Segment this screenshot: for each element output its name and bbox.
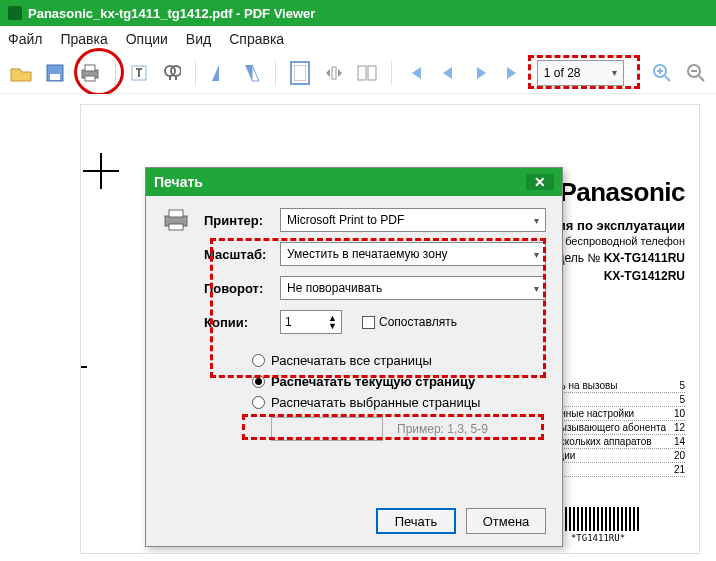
first-page-icon[interactable] — [406, 61, 425, 85]
find-icon[interactable] — [162, 61, 181, 85]
svg-rect-8 — [294, 65, 306, 81]
window-title: Panasonic_kx-tg1411_tg1412.pdf - PDF Vie… — [28, 6, 315, 21]
rotate-label: Поворот: — [204, 281, 272, 296]
printer-icon — [162, 208, 190, 232]
crop-mark-icon — [89, 159, 113, 183]
menu-view[interactable]: Вид — [186, 31, 211, 47]
copies-label: Копии: — [204, 315, 272, 330]
window-titlebar: Panasonic_kx-tg1411_tg1412.pdf - PDF Vie… — [0, 0, 716, 26]
chevron-down-icon: ▾ — [534, 215, 539, 226]
flip-left-icon[interactable] — [210, 61, 229, 85]
printer-select[interactable]: Microsoft Print to PDF▾ — [280, 208, 546, 232]
svg-rect-17 — [169, 224, 183, 230]
print-button[interactable]: Печать — [376, 508, 456, 534]
barcode: *TG1411RU* — [557, 507, 639, 543]
svg-rect-1 — [50, 74, 60, 80]
menu-bar: Файл Правка Опции Вид Справка — [0, 26, 716, 52]
svg-rect-4 — [85, 76, 95, 81]
pdf-page: Panasonic рукция по эксплуатации ровой б… — [80, 104, 700, 554]
flip-right-icon[interactable] — [242, 61, 261, 85]
scale-label: Масштаб: — [204, 247, 272, 262]
menu-edit[interactable]: Правка — [60, 31, 107, 47]
close-button[interactable]: ✕ — [526, 174, 554, 190]
svg-rect-9 — [332, 67, 336, 79]
printer-label: Принтер: — [204, 213, 272, 228]
svg-rect-3 — [85, 65, 95, 71]
menu-help[interactable]: Справка — [229, 31, 284, 47]
menu-options[interactable]: Опции — [126, 31, 168, 47]
page-selector[interactable]: 1 of 28 ▾ — [537, 60, 624, 86]
radio-all-pages[interactable]: Распечатать все страницы — [252, 350, 546, 371]
fit-width-icon[interactable] — [324, 61, 343, 85]
dialog-title: Печать — [154, 174, 203, 190]
next-page-icon[interactable] — [471, 61, 490, 85]
open-icon[interactable] — [10, 61, 32, 85]
pages-hint: Пример: 1,3, 5-9 — [397, 422, 488, 436]
last-page-icon[interactable] — [504, 61, 523, 85]
svg-rect-10 — [358, 66, 366, 80]
two-page-icon[interactable] — [357, 61, 377, 85]
toolbar-separator — [115, 61, 116, 85]
dialog-titlebar: Печать ✕ — [146, 168, 562, 196]
menu-file[interactable]: Файл — [8, 31, 42, 47]
copies-input[interactable]: 1▲▼ — [280, 310, 342, 334]
pages-input[interactable] — [271, 417, 383, 441]
prev-page-icon[interactable] — [439, 61, 458, 85]
chevron-down-icon: ▾ — [534, 283, 539, 294]
toolbar-separator — [391, 61, 392, 85]
page-range-group: Распечатать все страницы Распечатать тек… — [252, 350, 546, 444]
radio-selected-pages[interactable]: Распечатать выбранные страницы — [252, 392, 546, 413]
svg-rect-16 — [169, 210, 183, 217]
radio-current-page[interactable]: Распечатать текущую страницу — [252, 371, 546, 392]
scale-select[interactable]: Уместить в печатаемую зону▾ — [280, 242, 546, 266]
toolbar: 1 of 28 ▾ — [0, 52, 716, 94]
fit-page-icon[interactable] — [290, 61, 310, 85]
zoom-out-icon[interactable] — [686, 61, 706, 85]
crop-mark-icon — [80, 355, 81, 379]
collate-checkbox[interactable]: Сопоставлять — [362, 315, 457, 329]
app-icon — [8, 6, 22, 20]
document-area: Panasonic рукция по эксплуатации ровой б… — [0, 94, 716, 561]
chevron-down-icon: ▾ — [534, 249, 539, 260]
toolbar-separator — [275, 61, 276, 85]
chevron-down-icon: ▾ — [612, 67, 617, 78]
cancel-button[interactable]: Отмена — [466, 508, 546, 534]
zoom-in-icon[interactable] — [652, 61, 672, 85]
svg-rect-11 — [368, 66, 376, 80]
save-icon[interactable] — [46, 61, 65, 85]
print-icon[interactable] — [79, 61, 101, 85]
toolbar-separator — [195, 61, 196, 85]
select-text-icon[interactable] — [130, 61, 149, 85]
page-display: 1 of 28 — [544, 66, 581, 80]
rotate-select[interactable]: Не поворачивать▾ — [280, 276, 546, 300]
print-dialog: Печать ✕ Принтер: Microsoft Print to PDF… — [145, 167, 563, 547]
